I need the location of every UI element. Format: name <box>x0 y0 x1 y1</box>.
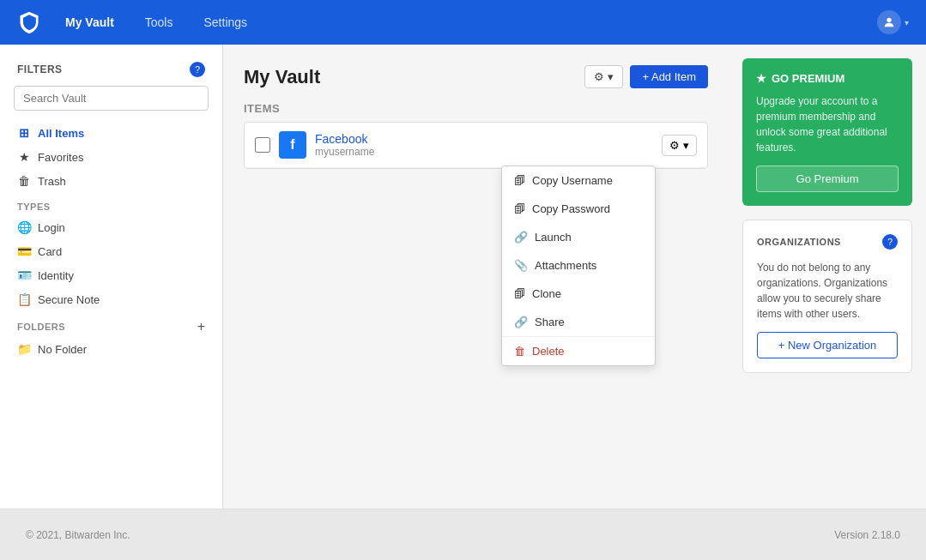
svg-point-0 <box>887 18 891 22</box>
copyright-text: © 2021, Bitwarden Inc. <box>26 529 130 541</box>
note-icon: 📋 <box>17 292 31 306</box>
trash-label: Trash <box>38 175 66 188</box>
filters-header: FILTERS ? <box>0 62 222 86</box>
premium-title: GO PREMIUM <box>772 72 844 85</box>
settings-chevron-icon: ▾ <box>608 70 614 83</box>
premium-header: ★ GO PREMIUM <box>756 72 899 85</box>
copy-username-item[interactable]: 🗐 Copy Username <box>502 166 655 195</box>
footer: © 2021, Bitwarden Inc. Version 2.18.0 <box>0 509 926 560</box>
filters-help-icon[interactable]: ? <box>190 62 205 77</box>
share-icon: 🔗 <box>514 316 528 328</box>
vault-actions: ⚙ ▾ + Add Item <box>584 65 708 88</box>
main-layout: FILTERS ? ⊞ All Items ★ Favorites 🗑 Tras… <box>0 45 926 509</box>
copy-username-label: Copy Username <box>532 174 613 187</box>
share-item[interactable]: 🔗 Share <box>502 308 655 336</box>
sidebar-item-card[interactable]: 💳 Card <box>0 239 222 263</box>
org-description: You do not belong to any organizations. … <box>757 260 898 322</box>
vault-table: f Facebook myusername ⚙ ▾ 🗐 Copy Usernam… <box>244 122 708 169</box>
star-icon: ★ <box>756 72 766 85</box>
premium-card: ★ GO PREMIUM Upgrade your account to a p… <box>742 58 912 206</box>
identity-icon: 🪪 <box>17 268 31 282</box>
chevron-down-icon: ▾ <box>683 139 689 152</box>
grid-icon: ⊞ <box>17 126 31 140</box>
card-label: Card <box>38 245 62 258</box>
no-folder-label: No Folder <box>38 343 87 356</box>
nav-settings[interactable]: Settings <box>197 12 254 33</box>
sidebar-item-login[interactable]: 🌐 Login <box>0 215 222 239</box>
nav-tools[interactable]: Tools <box>138 12 180 33</box>
copy-password-icon: 🗐 <box>514 202 525 215</box>
sidebar-item-secure-note[interactable]: 📋 Secure Note <box>0 287 222 311</box>
search-input[interactable] <box>14 86 209 111</box>
folder-icon: 📁 <box>17 342 31 356</box>
card-icon: 💳 <box>17 244 31 258</box>
item-username: myusername <box>315 146 653 158</box>
sidebar-item-trash[interactable]: 🗑 Trash <box>0 169 222 193</box>
attachments-item[interactable]: 📎 Attachments <box>502 251 655 280</box>
globe-icon: 🌐 <box>17 220 31 234</box>
search-box <box>14 86 209 111</box>
item-actions-button[interactable]: ⚙ ▾ <box>662 135 697 156</box>
delete-item[interactable]: 🗑 Delete <box>502 337 655 365</box>
sidebar-item-no-folder[interactable]: 📁 No Folder <box>0 337 222 361</box>
folders-header: FOLDERS + <box>0 311 222 337</box>
logo-shield-icon <box>17 10 41 34</box>
logo <box>17 10 41 34</box>
table-row: f Facebook myusername ⚙ ▾ <box>245 123 707 168</box>
org-help-icon[interactable]: ? <box>882 234 898 250</box>
vault-header: My Vault ⚙ ▾ + Add Item <box>244 65 708 88</box>
copy-password-item[interactable]: 🗐 Copy Password <box>502 195 655 223</box>
sidebar-item-identity[interactable]: 🪪 Identity <box>0 263 222 287</box>
launch-item[interactable]: 🔗 Launch <box>502 223 655 251</box>
clone-icon: 🗐 <box>514 287 525 300</box>
row-checkbox[interactable] <box>255 137 270 153</box>
new-organization-button[interactable]: + New Organization <box>757 332 898 358</box>
attachment-icon: 📎 <box>514 259 528 272</box>
filters-title: FILTERS <box>17 63 63 75</box>
add-folder-button[interactable]: + <box>197 320 205 334</box>
version-text: Version 2.18.0 <box>834 529 900 541</box>
gear-icon: ⚙ <box>669 139 680 152</box>
gear-icon: ⚙ <box>594 70 604 83</box>
page-title: My Vault <box>244 66 320 88</box>
trash-icon: 🗑 <box>514 345 525 358</box>
all-items-label: All Items <box>38 127 84 140</box>
items-section-label: Items <box>244 102 708 115</box>
settings-button[interactable]: ⚙ ▾ <box>584 65 623 88</box>
trash-icon: 🗑 <box>17 174 31 188</box>
sidebar-item-favorites[interactable]: ★ Favorites <box>0 145 222 169</box>
favorites-label: Favorites <box>38 151 83 164</box>
right-panel: ★ GO PREMIUM Upgrade your account to a p… <box>729 45 926 509</box>
org-title: ORGANIZATIONS <box>757 237 841 247</box>
user-account-button[interactable]: ▾ <box>877 10 909 34</box>
folders-label: FOLDERS <box>17 322 65 332</box>
chevron-down-icon: ▾ <box>905 18 909 27</box>
launch-label: Launch <box>535 231 572 244</box>
share-label: Share <box>535 316 565 328</box>
org-header: ORGANIZATIONS ? <box>757 234 898 250</box>
item-favicon: f <box>279 131 306 159</box>
delete-label: Delete <box>532 345 565 358</box>
organizations-card: ORGANIZATIONS ? You do not belong to any… <box>742 220 912 373</box>
launch-icon: 🔗 <box>514 231 528 244</box>
types-label: TYPES <box>0 193 222 215</box>
copy-icon: 🗐 <box>514 174 525 187</box>
sidebar-item-all-items[interactable]: ⊞ All Items <box>0 121 222 145</box>
nav-my-vault[interactable]: My Vault <box>58 12 121 33</box>
item-info: Facebook myusername <box>315 132 653 158</box>
add-item-button[interactable]: + Add Item <box>630 65 708 88</box>
clone-label: Clone <box>532 287 561 300</box>
user-avatar-icon <box>877 10 901 34</box>
premium-description: Upgrade your account to a premium member… <box>756 93 899 155</box>
top-navigation: My Vault Tools Settings ▾ <box>0 0 926 45</box>
star-icon: ★ <box>17 150 31 164</box>
nav-right: ▾ <box>877 10 909 34</box>
item-name[interactable]: Facebook <box>315 132 653 146</box>
item-dropdown-menu: 🗐 Copy Username 🗐 Copy Password 🔗 Launch… <box>501 166 656 366</box>
clone-item[interactable]: 🗐 Clone <box>502 280 655 308</box>
sidebar: FILTERS ? ⊞ All Items ★ Favorites 🗑 Tras… <box>0 45 223 509</box>
identity-label: Identity <box>38 269 74 282</box>
go-premium-button[interactable]: Go Premium <box>756 166 899 192</box>
main-content: My Vault ⚙ ▾ + Add Item Items f Facebook… <box>223 45 729 509</box>
copy-password-label: Copy Password <box>532 202 610 215</box>
